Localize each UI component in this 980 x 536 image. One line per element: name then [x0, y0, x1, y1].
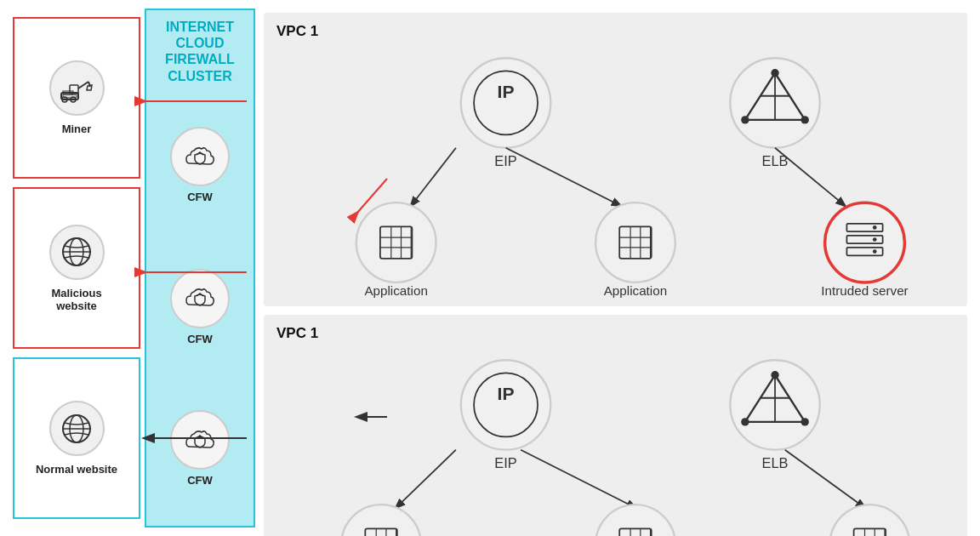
svg-point-24 [801, 116, 809, 123]
svg-point-63 [801, 418, 809, 425]
svg-text:Application: Application [604, 283, 667, 298]
svg-line-26 [411, 148, 456, 206]
cfw2-group: CFW [170, 238, 230, 375]
svg-point-61 [771, 371, 778, 379]
svg-line-28 [775, 148, 845, 206]
svg-point-29 [356, 202, 436, 282]
firewall-column: INTERNETCLOUDFIREWALLCLUSTER CFW [145, 9, 255, 527]
svg-point-37 [595, 202, 675, 282]
svg-point-23 [741, 116, 749, 123]
svg-line-65 [396, 450, 456, 508]
cfw1-icon [170, 127, 230, 186]
svg-text:Intruded server: Intruded server [821, 283, 908, 298]
cfw1-label: CFW [187, 191, 213, 203]
normal-website-label: Normal website [36, 463, 117, 476]
svg-point-22 [771, 69, 778, 77]
cfw2-label: CFW [187, 333, 213, 345]
vpc2-title: VPC 1 [276, 325, 954, 342]
cfw3-icon [170, 410, 230, 470]
svg-point-49 [873, 225, 877, 230]
svg-text:IP: IP [498, 384, 515, 403]
svg-point-84 [829, 505, 909, 536]
svg-point-62 [741, 418, 749, 425]
svg-line-67 [785, 450, 865, 508]
svg-line-27 [506, 148, 621, 206]
normal-website-icon [49, 401, 105, 456]
miner-label: Miner [62, 123, 92, 135]
vpc1-svg: IP EIP ELB [276, 47, 954, 299]
right-column: VPC 1 IP EIP ELB [255, 9, 971, 527]
svg-point-50 [873, 237, 877, 242]
svg-line-66 [521, 450, 635, 508]
svg-text:EIP: EIP [494, 153, 516, 168]
svg-point-45 [825, 202, 905, 282]
cfw3-label: CFW [187, 474, 213, 487]
miner-icon [49, 60, 105, 116]
svg-point-76 [595, 505, 675, 536]
vpc1-title: VPC 1 [276, 23, 954, 40]
svg-text:Application: Application [364, 283, 427, 298]
svg-point-68 [341, 505, 421, 536]
svg-text:EIP: EIP [494, 455, 516, 470]
malicious-website-icon [49, 225, 105, 280]
normal-website-box: Normal website [13, 357, 140, 519]
left-column: Miner Maliciouswebsite [9, 9, 145, 527]
cfw1-group: CFW [170, 97, 230, 234]
vpc2-panel: VPC 1 IP EIP [264, 315, 967, 536]
malicious-website-label: Maliciouswebsite [51, 287, 101, 312]
malicious-website-box: Maliciouswebsite [13, 187, 140, 349]
vpc1-panel: VPC 1 IP EIP ELB [264, 13, 967, 306]
cfw2-icon [170, 269, 230, 328]
firewall-title: INTERNETCLOUDFIREWALLCLUSTER [165, 19, 235, 84]
cfw3-group: CFW [170, 380, 230, 517]
main-diagram: Miner Maliciouswebsite [0, 0, 980, 536]
svg-point-51 [873, 249, 877, 254]
vpc2-svg: IP EIP ELB [276, 349, 954, 536]
miner-box: Miner [13, 17, 140, 179]
svg-text:IP: IP [498, 82, 515, 101]
svg-text:ELB: ELB [762, 455, 789, 470]
